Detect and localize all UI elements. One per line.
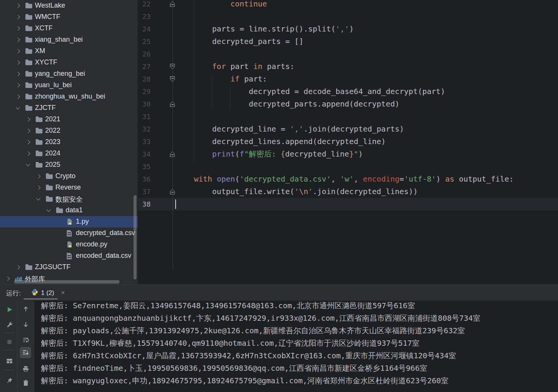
tree-item-zjctf[interactable]: ZJCTF — [0, 102, 138, 114]
code-token: decrypted = decode_base64_and_decrypt(pa… — [176, 87, 445, 96]
soft-wrap-icon — [22, 337, 29, 343]
tree-item-2022[interactable]: 2022 — [0, 125, 138, 136]
console-output[interactable]: 解密后: Se7enretme,姜阳云,13496157648,13496157… — [34, 301, 558, 392]
tree-item-xyctf[interactable]: XYCTF — [0, 57, 138, 68]
tree-item-reverse[interactable]: Reverse — [0, 182, 138, 193]
tree-item-xm[interactable]: XM — [0, 45, 138, 57]
print-button[interactable] — [21, 364, 31, 374]
code-token — [176, 62, 212, 71]
close-icon[interactable]: ✕ — [61, 290, 65, 296]
tree-item--[interactable]: 数据安全 — [0, 193, 138, 205]
folder-icon — [36, 152, 42, 156]
chevron-right-icon[interactable] — [26, 117, 30, 121]
code-editor[interactable]: 22 continue2324 parts = line.strip().spl… — [138, 0, 558, 284]
code-token — [176, 174, 194, 183]
chevron-down-icon[interactable] — [16, 105, 20, 109]
tree-vertical-scrollbar[interactable] — [134, 195, 137, 279]
chevron-down-icon[interactable] — [46, 207, 50, 212]
tree-item-encode-py[interactable]: encode.py — [0, 239, 138, 250]
code-token: , — [331, 174, 340, 183]
tree-item-crypto[interactable]: Crypto — [0, 171, 138, 182]
run-tab[interactable]: 1 (2) ✕ — [30, 287, 68, 298]
down-button[interactable] — [21, 320, 31, 329]
code-token — [176, 149, 212, 158]
chevron-right-icon[interactable] — [16, 72, 20, 76]
run-panel-label: 运行: — [6, 289, 21, 298]
code-line[interactable]: parts = line.strip().split(',') — [176, 23, 354, 35]
chevron-right-icon[interactable] — [26, 151, 30, 155]
tree-horizontal-scrollbar[interactable] — [14, 280, 119, 284]
fold-end-icon[interactable] — [170, 189, 175, 194]
tree-item-2021[interactable]: 2021 — [0, 114, 138, 125]
tree-item-xctf[interactable]: XCTF — [0, 23, 138, 34]
tree-item-2023[interactable]: 2023 — [0, 136, 138, 148]
code-line[interactable]: decrypted = decode_base64_and_decrypt(pa… — [176, 85, 445, 98]
python-icon — [31, 289, 38, 297]
tree-item-label: 2025 — [45, 161, 60, 169]
clear-button[interactable] — [21, 378, 31, 388]
pin-button[interactable] — [5, 376, 14, 386]
chevron-right-icon[interactable] — [16, 49, 20, 53]
folder-icon — [36, 129, 42, 133]
chevron-down-icon[interactable] — [36, 196, 40, 200]
tree-item-decrypted_data-csv[interactable]: decrypted_data.csv — [0, 227, 138, 239]
fold-end-icon[interactable] — [170, 151, 175, 157]
folder-icon — [46, 186, 53, 190]
chevron-down-icon[interactable] — [26, 162, 30, 166]
tree-item-zhonghua_wu_shu_bei[interactable]: zhonghua_wu_shu_bei — [0, 91, 138, 102]
chevron-right-icon[interactable] — [5, 276, 9, 281]
code-line[interactable]: decrypted_line = ','.join(decrypted_part… — [176, 123, 404, 135]
chevron-right-icon[interactable] — [16, 83, 20, 87]
fold-end-icon[interactable] — [170, 1, 175, 7]
chevron-right-icon[interactable] — [36, 174, 40, 178]
code-line[interactable]: decrypted_lines.append(decrypted_line) — [176, 135, 386, 148]
scroll-to-end-button[interactable] — [20, 347, 31, 358]
chevron-right-icon[interactable] — [16, 38, 20, 42]
settings-button[interactable] — [5, 320, 14, 329]
code-token: in — [253, 62, 262, 71]
code-line[interactable]: continue — [176, 0, 267, 10]
restore-layout-button[interactable] — [5, 356, 14, 366]
code-line[interactable]: with open('decrypted_data.csv', 'w', enc… — [176, 173, 514, 185]
code-line[interactable]: print(f"解密后: {decrypted_line}") — [176, 148, 363, 160]
chevron-right-icon[interactable] — [36, 185, 40, 190]
stop-button[interactable] — [5, 337, 14, 347]
tree-item-1-py[interactable]: 1.py — [0, 216, 138, 227]
project-tree-panel[interactable]: WestLakeWMCTFXCTFxiang_shan_beiXMXYCTFya… — [0, 0, 138, 284]
chevron-right-icon[interactable] — [16, 3, 20, 8]
tree-item-yang_cheng_bei[interactable]: yang_cheng_bei — [0, 68, 138, 80]
chevron-right-icon[interactable] — [16, 60, 20, 64]
tree-item-encoded_data-csv[interactable]: encoded_data.csv — [0, 250, 138, 262]
tree-item-yuan_lu_bei[interactable]: yuan_lu_bei — [0, 80, 138, 91]
tree-item-zjgsuctf[interactable]: ZJGSUCTF — [0, 262, 138, 273]
tree-item-westlake[interactable]: WestLake — [0, 0, 138, 11]
chevron-right-icon[interactable] — [26, 140, 30, 144]
folder-icon — [25, 83, 32, 88]
code-token — [176, 0, 231, 8]
tree-item-xiang_shan_bei[interactable]: xiang_shan_bei — [0, 34, 138, 45]
code-line[interactable]: for part in parts: — [176, 60, 294, 73]
code-token: ',' — [290, 124, 303, 133]
fold-start-icon[interactable] — [170, 64, 175, 69]
tree-item-2025[interactable]: 2025 — [0, 159, 138, 171]
tree-item-2024[interactable]: 2024 — [0, 148, 138, 159]
soft-wrap-button[interactable] — [21, 335, 31, 345]
chevron-right-icon[interactable] — [26, 129, 30, 133]
code-line[interactable]: if part: — [176, 73, 267, 85]
chevron-right-icon[interactable] — [16, 265, 20, 269]
rerun-button[interactable] — [5, 304, 14, 314]
fold-start-icon[interactable] — [170, 76, 175, 82]
tree-item-data1[interactable]: data1 — [0, 205, 138, 216]
chevron-right-icon[interactable] — [16, 26, 20, 30]
code-line[interactable]: decrypted_parts.append(decrypted) — [176, 98, 399, 110]
chevron-right-icon[interactable] — [16, 94, 20, 99]
caret-row-highlight — [138, 198, 558, 210]
up-button[interactable] — [21, 304, 31, 314]
tree-item-label: 2021 — [45, 115, 60, 123]
code-line[interactable]: decrypted_parts = [] — [176, 35, 303, 48]
fold-end-icon[interactable] — [170, 101, 175, 107]
tree-item-wmctf[interactable]: WMCTF — [0, 11, 138, 23]
console-output-line: 解密后: Se7enretme,姜阳云,13496157648,13496157… — [41, 301, 415, 312]
code-line[interactable]: output_file.write('\n'.join(decrypted_li… — [176, 185, 418, 198]
chevron-right-icon[interactable] — [16, 15, 20, 19]
